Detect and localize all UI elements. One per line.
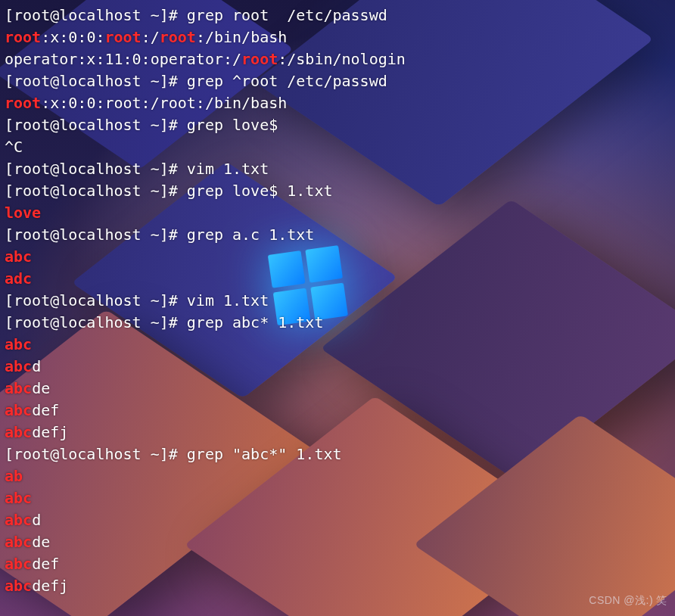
shell-prompt: [root@localhost ~]# [5, 226, 187, 244]
terminal[interactable]: [root@localhost ~]# grep root /etc/passw… [0, 0, 675, 597]
terminal-output-line: abcdef [5, 400, 670, 422]
output-text: d [32, 511, 41, 529]
terminal-command-line: [root@localhost ~]# grep abc* 1.txt [5, 312, 670, 334]
terminal-output-line: ab [5, 465, 670, 487]
grep-match: abc [5, 489, 32, 507]
grep-match: abc [5, 533, 32, 551]
terminal-command-line: [root@localhost ~]# vim 1.txt [5, 158, 670, 180]
terminal-output-line: abcdefj [5, 575, 670, 597]
output-text: operator:x:11:0:operator:/ [5, 50, 241, 68]
grep-match: abc [5, 379, 32, 397]
shell-command: grep love$ 1.txt [187, 182, 333, 200]
output-text: defj [32, 577, 68, 595]
terminal-output-line: ^C [5, 136, 670, 158]
terminal-output-line: abcdef [5, 553, 670, 575]
grep-match: root [160, 28, 196, 46]
shell-prompt: [root@localhost ~]# [5, 182, 187, 200]
grep-match: adc [5, 269, 32, 288]
output-text: de [32, 533, 50, 551]
terminal-output-line: root:x:0:0:root:/root:/bin/bash [5, 92, 670, 114]
grep-match: root [104, 28, 141, 46]
terminal-output-line: abcde [5, 531, 670, 553]
shell-command: grep a.c 1.txt [187, 226, 315, 244]
terminal-command-line: [root@localhost ~]# grep love$ [5, 114, 670, 136]
terminal-output-line: abc [5, 487, 670, 509]
terminal-output-line: abc [5, 334, 670, 356]
shell-prompt: [root@localhost ~]# [5, 291, 187, 310]
shell-command: grep "abc*" 1.txt [187, 445, 342, 463]
grep-match: root [5, 28, 41, 46]
output-text: :x:0:0:root:/root:/bin/bash [41, 94, 287, 112]
watermark: CSDN @浅:) 笑 [589, 590, 667, 611]
shell-command: vim 1.txt [187, 160, 269, 178]
output-text: de [32, 379, 50, 397]
shell-command: grep love$ [187, 116, 278, 134]
output-text: defj [32, 423, 68, 441]
shell-prompt: [root@localhost ~]# [5, 116, 187, 134]
terminal-output-line: adc [5, 268, 670, 290]
shell-prompt: [root@localhost ~]# [5, 160, 187, 178]
shell-command: vim 1.txt [187, 291, 269, 310]
grep-match: abc [5, 577, 32, 595]
grep-match: ab [5, 467, 23, 485]
output-text: :/ [142, 28, 160, 46]
output-text: def [32, 401, 59, 419]
grep-match: abc [5, 357, 32, 375]
shell-prompt: [root@localhost ~]# [5, 72, 187, 90]
terminal-output-line: root:x:0:0:root:/root:/bin/bash [5, 26, 670, 48]
terminal-command-line: [root@localhost ~]# grep root /etc/passw… [5, 5, 670, 26]
grep-match: root [241, 50, 278, 68]
grep-match: abc [5, 511, 32, 529]
terminal-command-line: [root@localhost ~]# grep "abc*" 1.txt [5, 443, 670, 465]
shell-command: grep ^root /etc/passwd [187, 72, 387, 90]
output-text: :x:0:0: [41, 28, 104, 46]
grep-match: love [5, 204, 41, 222]
terminal-output-line: operator:x:11:0:operator:/root:/sbin/nol… [5, 48, 670, 70]
shell-prompt: [root@localhost ~]# [5, 6, 187, 24]
grep-match: abc [5, 247, 32, 266]
output-text: def [32, 555, 59, 573]
grep-match: abc [5, 555, 32, 573]
shell-prompt: [root@localhost ~]# [5, 445, 187, 463]
terminal-command-line: [root@localhost ~]# vim 1.txt [5, 290, 670, 312]
grep-match: root [5, 94, 41, 112]
grep-match: abc [5, 401, 32, 419]
output-text: :/sbin/nologin [278, 50, 406, 68]
terminal-output-line: abcdefj [5, 422, 670, 443]
shell-command: grep root /etc/passwd [187, 6, 387, 24]
output-text: ^C [5, 138, 23, 156]
grep-match: abc [5, 423, 32, 441]
terminal-output-line: abcd [5, 356, 670, 378]
shell-command: grep abc* 1.txt [187, 313, 324, 331]
terminal-command-line: [root@localhost ~]# grep a.c 1.txt [5, 224, 670, 246]
grep-match: abc [5, 335, 32, 353]
shell-prompt: [root@localhost ~]# [5, 313, 187, 331]
terminal-output-line: love [5, 202, 670, 224]
terminal-command-line: [root@localhost ~]# grep love$ 1.txt [5, 180, 670, 202]
terminal-command-line: [root@localhost ~]# grep ^root /etc/pass… [5, 70, 670, 92]
terminal-output-line: abc [5, 246, 670, 268]
output-text: d [32, 357, 41, 375]
terminal-output-line: abcd [5, 509, 670, 531]
output-text: :/bin/bash [196, 28, 287, 46]
terminal-output-line: abcde [5, 378, 670, 400]
